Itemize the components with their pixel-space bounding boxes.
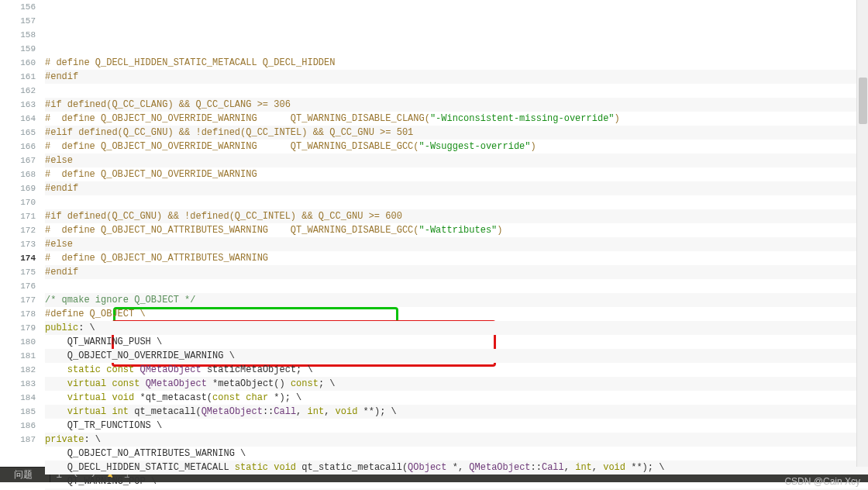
code-line[interactable]: QT_WARNING_PUSH \ — [45, 335, 868, 349]
problems-tab[interactable]: 问题 — [0, 468, 46, 482]
watermark: CSDN @Cain Xcy — [784, 476, 860, 487]
line-number: 175 — [0, 265, 36, 279]
line-number: 170 — [0, 195, 36, 209]
code-line[interactable]: Q_DECL_HIDDEN_STATIC_METACALL static voi… — [45, 461, 868, 474]
line-number-gutter: 1561571581591601611621631641651661671681… — [0, 0, 45, 467]
line-number: 156 — [0, 0, 36, 14]
line-number: 187 — [0, 433, 36, 447]
code-line[interactable]: public: \ — [45, 321, 868, 335]
line-number: 173 — [0, 237, 36, 251]
code-line[interactable]: QT_TR_FUNCTIONS \ — [45, 419, 868, 433]
line-number: 165 — [0, 126, 36, 140]
line-number: 181 — [0, 349, 36, 363]
line-number: 163 — [0, 98, 36, 112]
code-line[interactable]: #endif — [45, 265, 868, 279]
line-number: 162 — [0, 84, 36, 98]
line-number: 166 — [0, 140, 36, 154]
code-line[interactable]: #else — [45, 237, 868, 251]
code-line[interactable]: # define Q_OBJECT_NO_OVERRIDE_WARNING QT… — [45, 140, 868, 154]
code-line[interactable]: private: \ — [45, 433, 868, 447]
code-line[interactable] — [45, 279, 868, 293]
code-line[interactable]: Q_OBJECT_NO_OVERRIDE_WARNING \ — [45, 349, 868, 363]
code-line[interactable]: Q_OBJECT_NO_ATTRIBUTES_WARNING \ — [45, 447, 868, 461]
vertical-scrollbar[interactable] — [856, 0, 868, 467]
line-number: 186 — [0, 419, 36, 433]
line-number: 176 — [0, 279, 36, 293]
code-line[interactable]: #endif — [45, 70, 868, 84]
code-line[interactable]: #endif — [45, 181, 868, 195]
line-number: 157 — [0, 14, 36, 28]
line-number: 177 — [0, 293, 36, 307]
code-line[interactable]: virtual const QMetaObject *metaObject() … — [45, 377, 868, 391]
code-line[interactable]: # define Q_OBJECT_NO_ATTRIBUTES_WARNING … — [45, 223, 868, 237]
code-line[interactable] — [45, 84, 868, 98]
line-number: 168 — [0, 167, 36, 181]
line-number: 164 — [0, 112, 36, 126]
code-line[interactable]: /* qmake ignore Q_OBJECT */ — [45, 293, 868, 307]
code-area[interactable]: # define Q_DECL_HIDDEN_STATIC_METACALL Q… — [45, 0, 868, 467]
line-number: 167 — [0, 154, 36, 167]
line-number: 169 — [0, 181, 36, 195]
line-number: 160 — [0, 56, 36, 70]
line-number: 178 — [0, 307, 36, 321]
code-line[interactable]: #elif defined(Q_CC_GNU) && !defined(Q_CC… — [45, 126, 868, 140]
line-number: 183 — [0, 377, 36, 391]
code-line[interactable]: #define Q_OBJECT \ — [45, 307, 868, 321]
code-line[interactable]: virtual int qt_metacall(QMetaObject::Cal… — [45, 405, 868, 419]
code-line[interactable]: #else — [45, 154, 868, 167]
code-line[interactable]: #if defined(Q_CC_GNU) && !defined(Q_CC_I… — [45, 209, 868, 223]
line-number: 159 — [0, 42, 36, 56]
line-number: 179 — [0, 321, 36, 335]
code-line[interactable]: virtual void *qt_metacast(const char *);… — [45, 391, 868, 405]
scrollbar-thumb[interactable] — [859, 78, 867, 124]
code-line[interactable]: #if defined(Q_CC_CLANG) && Q_CC_CLANG >=… — [45, 98, 868, 112]
line-number: 184 — [0, 391, 36, 405]
line-number: 158 — [0, 28, 36, 42]
line-number: 161 — [0, 70, 36, 84]
line-number: 182 — [0, 363, 36, 377]
code-line[interactable]: # define Q_OBJECT_NO_OVERRIDE_WARNING QT… — [45, 112, 868, 126]
code-line[interactable]: # define Q_DECL_HIDDEN_STATIC_METACALL Q… — [45, 56, 868, 70]
code-line[interactable]: # define Q_OBJECT_NO_ATTRIBUTES_WARNING — [45, 251, 868, 265]
line-number: 185 — [0, 405, 36, 419]
code-line[interactable]: QT_WARNING_POP \ — [45, 474, 868, 488]
line-number: 172 — [0, 223, 36, 237]
line-number: 171 — [0, 209, 36, 223]
line-number: 180 — [0, 335, 36, 349]
code-line[interactable]: # define Q_OBJECT_NO_OVERRIDE_WARNING — [45, 167, 868, 181]
code-line[interactable] — [45, 195, 868, 209]
line-number: 174 — [0, 251, 36, 265]
code-editor[interactable]: 1561571581591601611621631641651661671681… — [0, 0, 868, 467]
code-line[interactable]: static const QMetaObject staticMetaObjec… — [45, 363, 868, 377]
